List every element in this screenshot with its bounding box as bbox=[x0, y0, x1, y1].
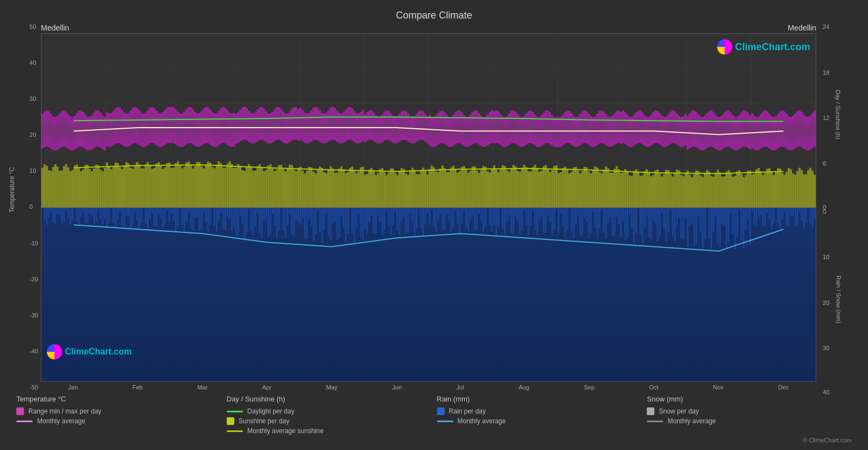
legend-rain-day: Rain per day bbox=[437, 407, 642, 415]
legend-label-temp-avg: Monthly average bbox=[37, 417, 86, 425]
x-tick-mar: Mar bbox=[197, 384, 208, 391]
chart-title: Compare Climate bbox=[11, 5, 857, 23]
y-left-tick-n30: -30 bbox=[29, 312, 38, 319]
legend-swatch-sunshine-avg bbox=[227, 430, 243, 432]
legend-swatch-temp-range bbox=[16, 407, 24, 415]
legend-sunshine-day: Sunshine per day bbox=[227, 417, 432, 425]
legend-label-rain: Rain per day bbox=[449, 407, 486, 415]
legend-swatch-snow bbox=[647, 407, 654, 415]
legend-swatch-snow-avg bbox=[647, 421, 663, 422]
logo-icon-top bbox=[717, 39, 732, 55]
y-left-tick-n50: -50 bbox=[29, 384, 38, 391]
legend-snow-avg: Monthly average bbox=[647, 417, 852, 425]
legend-temp-range: Range min / max per day bbox=[16, 407, 221, 415]
x-tick-may: May bbox=[326, 384, 338, 391]
x-tick-aug: Aug bbox=[519, 384, 530, 391]
legend-swatch-rain-avg bbox=[437, 421, 453, 422]
legend-temp-title: Temperature °C bbox=[16, 395, 221, 403]
legend-rain-title: Rain (mm) bbox=[437, 395, 642, 403]
chart-top-labels: Medellin Medellin bbox=[41, 23, 816, 33]
y-left-tick-n10: -10 bbox=[29, 240, 38, 247]
legend-sun-title: Day / Sunshine (h) bbox=[227, 395, 432, 403]
legend-snow: Snow (mm) Snow per day Monthly average bbox=[647, 395, 857, 435]
x-tick-jun: Jun bbox=[392, 384, 402, 391]
y-axis-left: Temperature °C 50 40 30 20 10 0 -10 -20 … bbox=[11, 23, 41, 391]
y-left-tick-30: 30 bbox=[29, 95, 38, 102]
x-axis-labels: Jan Feb Mar Apr May Jun Jul Aug Sep Oct … bbox=[41, 382, 816, 391]
legend-temp-avg: Monthly average bbox=[16, 417, 221, 425]
legend-label-rain-avg: Monthly average bbox=[458, 417, 506, 425]
x-tick-jul: Jul bbox=[456, 384, 464, 391]
y-left-tick-0: 0 bbox=[29, 203, 38, 210]
chart-canvas: ClimeChart.com ClimeChart.com bbox=[41, 33, 816, 382]
legend-snow-title: Snow (mm) bbox=[647, 395, 852, 403]
climechart-logo-bottom: ClimeChart.com bbox=[47, 344, 132, 359]
copyright: © ClimeChart.com bbox=[11, 437, 857, 445]
chart-body: Medellin Medellin ClimeChart.com ClimeCh… bbox=[41, 23, 816, 391]
legend-snow-day: Snow per day bbox=[647, 407, 852, 415]
y-left-tick-40: 40 bbox=[29, 59, 38, 66]
x-tick-apr: Apr bbox=[262, 384, 271, 391]
legend-swatch-daylight bbox=[227, 411, 243, 412]
legend-label-temp-range: Range min / max per day bbox=[28, 407, 101, 415]
y-axis-left-label: Temperature °C bbox=[8, 202, 16, 213]
y-axis-right: 24 18 12 6 0 Day / Sunshine (h) 0 10 20 … bbox=[816, 23, 857, 391]
legend-sunshine: Day / Sunshine (h) Daylight per day Suns… bbox=[227, 395, 437, 435]
location-left: Medellin bbox=[41, 23, 69, 32]
legend-label-sunshine: Sunshine per day bbox=[239, 417, 289, 425]
logo-icon-bottom bbox=[47, 344, 62, 359]
legend-daylight: Daylight per day bbox=[227, 407, 432, 415]
legend-temperature: Temperature °C Range min / max per day M… bbox=[16, 395, 227, 435]
logo-text-top: ClimeChart.com bbox=[735, 41, 810, 53]
location-right: Medellin bbox=[788, 23, 816, 32]
legend-swatch-rain bbox=[437, 407, 445, 415]
y-left-tick-n40: -40 bbox=[29, 348, 38, 355]
x-tick-dec: Dec bbox=[778, 384, 789, 391]
legend-area: Temperature °C Range min / max per day M… bbox=[11, 391, 857, 437]
y-left-tick-50: 50 bbox=[29, 23, 38, 30]
legend-swatch-sunshine bbox=[227, 417, 234, 425]
legend-label-snow-day: Snow per day bbox=[659, 407, 699, 415]
legend-label-sunshine-avg: Monthly average sunshine bbox=[247, 427, 324, 435]
y-axis-right-rain-label: Rain / Snow (mm) bbox=[835, 275, 842, 323]
y-axis-right-sunshine-label: Day / Sunshine (h) bbox=[834, 90, 841, 140]
legend-sunshine-avg: Monthly average sunshine bbox=[227, 427, 432, 435]
legend-label-snow-avg: Monthly average bbox=[667, 417, 716, 425]
legend-label-daylight: Daylight per day bbox=[247, 407, 295, 415]
y-left-tick-20: 20 bbox=[29, 131, 38, 138]
legend-rain-avg: Monthly average bbox=[437, 417, 642, 425]
x-tick-nov: Nov bbox=[713, 384, 724, 391]
x-tick-sep: Sep bbox=[584, 384, 594, 391]
x-tick-jan: Jan bbox=[68, 384, 78, 391]
x-tick-feb: Feb bbox=[132, 384, 143, 391]
logo-text-bottom: ClimeChart.com bbox=[65, 347, 132, 357]
x-tick-oct: Oct bbox=[649, 384, 658, 391]
legend-swatch-temp-avg bbox=[16, 421, 33, 422]
y-left-tick-n20: -20 bbox=[29, 276, 38, 283]
y-left-tick-10: 10 bbox=[29, 167, 38, 174]
legend-rain: Rain (mm) Rain per day Monthly average bbox=[437, 395, 647, 435]
climechart-logo-top: ClimeChart.com bbox=[717, 39, 810, 55]
